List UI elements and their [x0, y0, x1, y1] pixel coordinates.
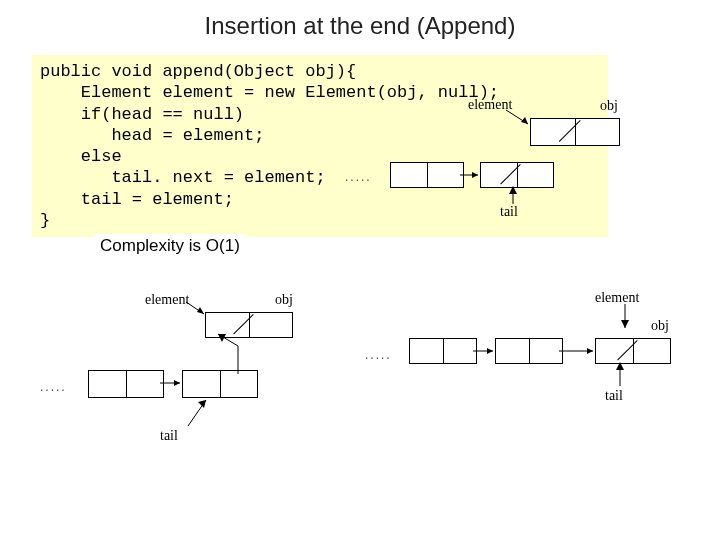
next-arrow-c1	[473, 348, 499, 356]
slide-title: Insertion at the end (Append)	[0, 12, 720, 40]
obj-label: obj	[600, 98, 618, 114]
svg-marker-3	[472, 172, 478, 178]
svg-marker-5	[509, 186, 517, 194]
element-arrow-c	[621, 304, 637, 334]
tail-arrow-a	[508, 186, 520, 206]
tail-arrow-b	[188, 396, 218, 430]
svg-marker-7	[197, 307, 204, 314]
tail-label: tail	[500, 204, 518, 220]
element-arrow-b	[186, 302, 210, 320]
element-node	[530, 118, 620, 146]
list-node-b1	[88, 370, 164, 398]
list-dots-b: .....	[40, 380, 67, 394]
list-dots-c: .....	[365, 348, 392, 362]
list-node-c2	[495, 338, 563, 364]
svg-marker-9	[174, 380, 180, 386]
next-arrow-b1	[160, 380, 186, 388]
svg-marker-20	[587, 348, 593, 354]
svg-marker-14	[198, 400, 206, 408]
tail-arrow-c	[615, 362, 627, 388]
next-arrow-b2	[238, 336, 268, 376]
next-arrow-a	[460, 172, 484, 180]
obj-label-b: obj	[275, 292, 293, 308]
element-arrow	[506, 110, 536, 130]
svg-marker-18	[487, 348, 493, 354]
next-arrow-c2	[559, 348, 599, 356]
tail-label-c: tail	[605, 388, 623, 404]
diagram-after-append: element ..... obj tail	[395, 290, 695, 500]
svg-marker-16	[621, 320, 629, 328]
list-node-1	[390, 162, 464, 188]
diagram-empty-case: obj element ..... tail	[360, 100, 690, 260]
element-label-b: element	[145, 292, 189, 308]
tail-label-b: tail	[160, 428, 178, 444]
svg-marker-22	[616, 362, 624, 370]
list-node-c1	[409, 338, 477, 364]
complexity-note: Complexity is O(1)	[94, 234, 246, 258]
list-dots: .....	[345, 170, 372, 184]
diagram-before-append: element obj ..... tail	[70, 290, 360, 500]
obj-label-c: obj	[651, 318, 669, 334]
list-node-c3	[595, 338, 671, 364]
